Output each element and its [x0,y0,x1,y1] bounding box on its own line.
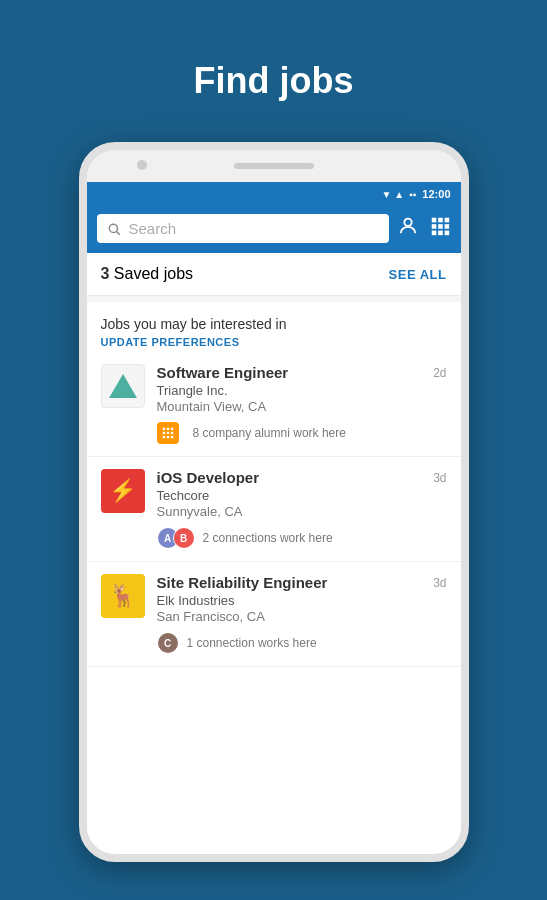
job-title-1: Software Engineer [157,364,447,381]
svg-line-1 [116,231,119,234]
page-title: Find jobs [0,0,547,142]
saved-jobs-bar: 3 Saved jobs SEE ALL [87,253,461,296]
job-location-1: Mountain View, CA [157,399,447,414]
job-social-text-2: 2 connections work here [203,531,333,545]
signal-icon: ▲ [394,189,404,200]
avatar-single: C [157,632,179,654]
job-social-1: 8 company alumni work here [157,422,447,444]
job-age-1: 2d [433,366,446,380]
job-location-3: San Francisco, CA [157,609,447,624]
phone-mockup: ▼ ▲ ▪▪ 12:00 Search [0,142,547,862]
phone-speaker [234,163,314,169]
job-location-2: Sunnyvale, CA [157,504,447,519]
svg-rect-9 [431,231,436,236]
svg-rect-8 [444,224,449,229]
job-info-2: iOS Developer Techcore Sunnyvale, CA A B [157,469,447,549]
svg-rect-4 [438,218,443,223]
connection-avatars-3: C [157,632,173,654]
svg-rect-19 [166,436,168,438]
deer-icon: 🦌 [109,583,136,609]
svg-rect-17 [170,432,172,434]
job-title-3: Site Reliability Engineer [157,574,447,591]
svg-point-0 [109,224,117,232]
job-card-3[interactable]: 🦌 Site Reliability Engineer Elk Industri… [87,562,461,667]
job-social-text-3: 1 connection works here [187,636,317,650]
svg-rect-5 [444,218,449,223]
phone-top-bezel [87,150,461,182]
search-icon [107,222,121,236]
job-title-2: iOS Developer [157,469,447,486]
job-info-1: Software Engineer Triangle Inc. Mountain… [157,364,447,444]
svg-rect-15 [162,432,164,434]
svg-rect-18 [162,436,164,438]
phone-content: 3 Saved jobs SEE ALL Jobs you may be int… [87,253,461,854]
search-bar[interactable]: Search [97,214,389,243]
job-card-1[interactable]: Software Engineer Triangle Inc. Mountain… [87,352,461,457]
profile-icon[interactable] [397,215,419,242]
svg-rect-12 [162,428,164,430]
jobs-header: Jobs you may be interested in UPDATE PRE… [87,302,461,352]
job-company-1: Triangle Inc. [157,383,447,398]
saved-jobs-count: 3 [101,265,110,282]
bolt-icon: ⚡ [109,478,136,504]
update-preferences-button[interactable]: UPDATE PREFERENCES [101,336,447,348]
job-social-3: C 1 connection works here [157,632,447,654]
grid-icon[interactable] [429,215,451,242]
job-age-2: 3d [433,471,446,485]
svg-rect-16 [166,432,168,434]
saved-jobs-label: 3 Saved jobs [101,265,194,283]
svg-rect-7 [438,224,443,229]
svg-rect-6 [431,224,436,229]
app-bar-right [397,215,451,242]
triangle-logo-shape [109,374,137,398]
svg-rect-20 [170,436,172,438]
connection-avatars-2: A B [157,527,189,549]
search-placeholder-text: Search [129,220,177,237]
battery-icon: ▪▪ [409,189,416,200]
saved-jobs-word: Saved jobs [114,265,193,282]
svg-rect-13 [166,428,168,430]
job-age-3: 3d [433,576,446,590]
job-social-text-1: 8 company alumni work here [193,426,346,440]
job-social-2: A B 2 connections work here [157,527,447,549]
wifi-icon: ▼ [381,189,391,200]
job-info-3: Site Reliability Engineer Elk Industries… [157,574,447,654]
company-logo-techcore: ⚡ [101,469,145,513]
status-bar: ▼ ▲ ▪▪ 12:00 [87,182,461,206]
job-company-3: Elk Industries [157,593,447,608]
jobs-interested-text: Jobs you may be interested in [101,316,447,332]
company-logo-elk-industries: 🦌 [101,574,145,618]
phone-camera [137,160,147,170]
phone-body: ▼ ▲ ▪▪ 12:00 Search [79,142,469,862]
svg-point-2 [404,219,411,226]
avatar-2: B [173,527,195,549]
job-card-2[interactable]: ⚡ iOS Developer Techcore Sunnyvale, CA A [87,457,461,562]
see-all-button[interactable]: SEE ALL [389,267,447,282]
svg-rect-14 [170,428,172,430]
status-bar-time: 12:00 [422,188,450,200]
page-background: Find jobs ▼ ▲ ▪▪ 12:00 [0,0,547,900]
svg-rect-11 [444,231,449,236]
status-icons: ▼ ▲ ▪▪ [381,189,416,200]
svg-rect-10 [438,231,443,236]
alumni-icon [157,422,179,444]
job-company-2: Techcore [157,488,447,503]
svg-rect-3 [431,218,436,223]
jobs-section: Jobs you may be interested in UPDATE PRE… [87,302,461,854]
app-bar: Search [87,206,461,253]
company-logo-triangle-inc [101,364,145,408]
